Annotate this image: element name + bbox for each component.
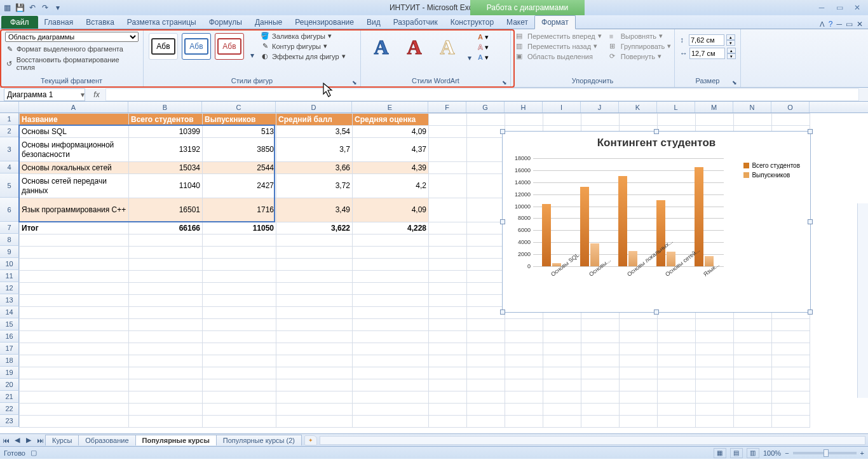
cell[interactable] xyxy=(429,247,467,259)
cell[interactable] xyxy=(581,114,620,126)
spin-down-icon[interactable]: ▾ xyxy=(726,40,735,46)
cell[interactable] xyxy=(772,114,810,126)
redo-icon[interactable]: ↷ xyxy=(39,2,51,13)
qat-customize-icon[interactable]: ▾ xyxy=(52,2,64,13)
tab-data[interactable]: Данные xyxy=(248,16,288,29)
sheet-tab[interactable]: Курсы xyxy=(45,435,79,445)
column-header[interactable]: F xyxy=(428,102,466,112)
cells-area[interactable]: НазваниеВсего студентовВыпускниковСредни… xyxy=(19,113,868,433)
cell[interactable] xyxy=(543,404,581,416)
cell[interactable] xyxy=(658,114,696,126)
cell[interactable] xyxy=(353,343,429,355)
cell[interactable] xyxy=(658,379,696,391)
normal-view-icon[interactable]: ▦ xyxy=(714,448,726,458)
cell[interactable] xyxy=(429,391,467,404)
cell[interactable] xyxy=(203,379,276,391)
shape-style-3[interactable]: Абв xyxy=(215,33,244,60)
cell[interactable] xyxy=(467,138,505,162)
row-header[interactable]: 8 xyxy=(0,234,19,246)
cell[interactable] xyxy=(429,271,467,283)
cell[interactable] xyxy=(353,234,429,247)
text-outline-button[interactable]: A▾ xyxy=(478,43,489,51)
cell[interactable] xyxy=(505,416,543,428)
chart-object[interactable]: Контингент студентов 0200040006000800010… xyxy=(502,131,811,313)
cell[interactable]: 3,49 xyxy=(276,198,353,222)
cell[interactable] xyxy=(696,416,734,428)
cell[interactable] xyxy=(505,367,543,379)
column-header[interactable]: G xyxy=(466,102,505,112)
chart-legend[interactable]: Всего студентовВыпускников xyxy=(743,162,800,181)
row-header[interactable]: 10 xyxy=(0,258,19,270)
cell[interactable] xyxy=(203,295,276,307)
cell[interactable] xyxy=(276,234,353,247)
cell[interactable] xyxy=(129,416,203,428)
shape-effects-button[interactable]: ◐Эффекты для фигур ▾ xyxy=(261,52,346,60)
cell[interactable] xyxy=(772,331,810,343)
cell[interactable] xyxy=(620,404,658,416)
cell[interactable] xyxy=(276,355,353,367)
tab-home[interactable]: Главная xyxy=(38,16,80,29)
cell[interactable] xyxy=(543,391,581,404)
cell[interactable]: 513 xyxy=(203,126,276,138)
shape-style-1[interactable]: Абв xyxy=(149,33,178,60)
cell[interactable] xyxy=(129,295,203,307)
cell[interactable] xyxy=(276,319,353,331)
cell[interactable]: 11050 xyxy=(203,222,276,234)
cell[interactable] xyxy=(620,331,658,343)
cell[interactable] xyxy=(429,198,467,222)
cell[interactable] xyxy=(734,367,772,379)
tab-formulas[interactable]: Формулы xyxy=(203,16,248,29)
cell[interactable] xyxy=(203,331,276,343)
cell[interactable] xyxy=(203,307,276,319)
row-header[interactable]: 16 xyxy=(0,330,19,343)
cell[interactable] xyxy=(429,307,467,319)
cell[interactable]: 4,09 xyxy=(353,126,429,138)
cell[interactable] xyxy=(467,331,505,343)
cell[interactable] xyxy=(203,259,276,271)
close-icon[interactable]: ✕ xyxy=(850,3,864,13)
cell[interactable] xyxy=(353,307,429,319)
cell[interactable] xyxy=(276,331,353,343)
spin-down-icon[interactable]: ▾ xyxy=(727,53,736,59)
cell[interactable] xyxy=(203,271,276,283)
cell[interactable] xyxy=(429,319,467,331)
height-input[interactable] xyxy=(689,34,724,46)
wordart-more[interactable]: ▾ xyxy=(465,32,474,62)
cell[interactable] xyxy=(620,343,658,355)
cell[interactable]: 11040 xyxy=(129,174,203,198)
cell[interactable] xyxy=(129,367,203,379)
cell[interactable]: Средний балл xyxy=(276,114,353,126)
cell[interactable] xyxy=(467,283,505,295)
cell[interactable] xyxy=(467,391,505,404)
cell[interactable] xyxy=(467,174,505,198)
cell[interactable] xyxy=(429,343,467,355)
cell[interactable] xyxy=(429,367,467,379)
zoom-in-button[interactable]: + xyxy=(860,449,864,457)
spin-up-icon[interactable]: ▴ xyxy=(726,34,735,40)
cell[interactable] xyxy=(353,259,429,271)
tab-developer[interactable]: Разработчик xyxy=(387,16,444,29)
cell[interactable] xyxy=(734,114,772,126)
cell[interactable]: Выпускников xyxy=(203,114,276,126)
cell[interactable] xyxy=(203,367,276,379)
cell[interactable] xyxy=(353,271,429,283)
tab-chart-design[interactable]: Конструктор xyxy=(444,16,500,29)
cell[interactable] xyxy=(276,416,353,428)
cell[interactable] xyxy=(467,234,505,247)
cell[interactable] xyxy=(129,307,203,319)
cell[interactable]: 3850 xyxy=(203,138,276,162)
cell[interactable] xyxy=(20,416,129,428)
cell[interactable] xyxy=(203,247,276,259)
row-header[interactable]: 1 xyxy=(0,113,19,125)
cell[interactable] xyxy=(203,404,276,416)
chart-element-selector[interactable]: Область диаграммы xyxy=(5,32,139,42)
cell[interactable] xyxy=(581,404,620,416)
cell[interactable] xyxy=(20,247,129,259)
cell[interactable]: Основы информационной безопасности xyxy=(20,138,129,162)
cell[interactable] xyxy=(620,114,658,126)
sheet-nav-first-icon[interactable]: ⏮ xyxy=(0,435,11,446)
workbook-minimize-icon[interactable]: ─ xyxy=(836,20,842,29)
tab-chart-layout[interactable]: Макет xyxy=(500,16,534,29)
cell[interactable]: Основы локальных сетей xyxy=(20,162,129,174)
column-header[interactable]: N xyxy=(733,102,771,112)
